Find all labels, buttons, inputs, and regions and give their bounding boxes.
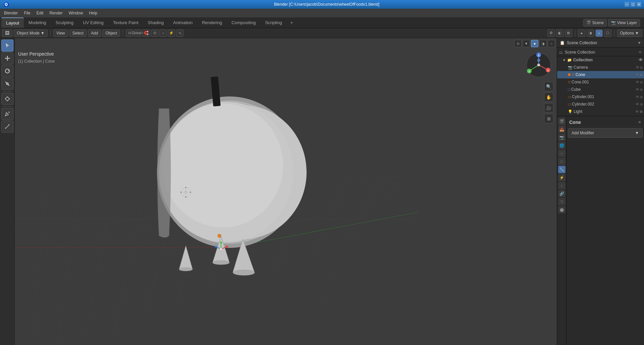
snap-toggle[interactable]: 🧲 (143, 29, 150, 37)
outliner-cone[interactable]: ▽ Cone 👁 ⊙ (557, 71, 644, 78)
collection-visibility-icon[interactable]: 👁 (639, 58, 643, 62)
editor-type-button[interactable]: 🖼 (2, 29, 12, 37)
menu-edit[interactable]: Edit (34, 9, 46, 17)
zoom-to-selection-button[interactable]: 🔍 (544, 82, 553, 91)
world-props-icon[interactable]: ○ (558, 150, 566, 157)
add-tab-button[interactable]: + (287, 17, 297, 28)
collection-row[interactable]: ▼ 📁 Collection 👁 (557, 56, 644, 64)
camera-view-button[interactable]: 🎥 (544, 103, 553, 113)
outliner-cone001[interactable]: ▽ Cone.001 👁 ⊙ (557, 78, 644, 86)
maximize-button[interactable]: □ (631, 2, 635, 7)
tab-rendering[interactable]: Rendering (197, 17, 227, 28)
scene-selector[interactable]: 🎬 Scene (583, 19, 607, 26)
output-props-icon[interactable]: 📤 (558, 126, 566, 133)
viewport[interactable]: User Perspective (1) Collection | Cone Z… (15, 38, 557, 345)
outliner-filter-button[interactable]: ▼ (637, 41, 641, 45)
physics-props-icon[interactable]: ↕ (558, 182, 566, 189)
scale-tool[interactable] (1, 78, 13, 90)
outliner-cylinder002[interactable]: ⬭ Cylinder.002 👁 ⊙ (557, 100, 644, 108)
tab-shading[interactable]: Shading (143, 17, 169, 28)
minimize-button[interactable]: ─ (625, 2, 629, 7)
menu-blender[interactable]: Blender (1, 9, 20, 17)
tab-compositing[interactable]: Compositing (227, 17, 260, 28)
view-layer-selector[interactable]: 📷 View Layer (608, 19, 640, 26)
scene-props-icon[interactable]: 🌐 (558, 142, 566, 149)
add-modifier-button[interactable]: Add Modifier ▼ (568, 128, 643, 138)
annotate-tool[interactable] (1, 108, 13, 120)
transform-selector[interactable]: Global ▼ (134, 29, 142, 37)
grid-view-button[interactable]: ⊞ (544, 114, 553, 123)
add-menu-button[interactable]: Add (88, 29, 101, 37)
select-menu-button[interactable]: Select (69, 29, 87, 37)
cylinder002-visibility-icon[interactable]: 👁 (636, 102, 639, 106)
cube-select-icon[interactable]: ⊙ (640, 88, 643, 91)
tab-modeling[interactable]: Modeling (24, 17, 51, 28)
tab-layout[interactable]: Layout (1, 17, 24, 28)
outliner-cylinder001[interactable]: ⬭ Cylinder.001 👁 ⊙ (557, 93, 644, 100)
cursor-tool[interactable] (1, 40, 13, 52)
transform-tool[interactable] (1, 93, 13, 105)
cone001-visibility-icon[interactable]: 👁 (636, 80, 639, 84)
cylinder001-visibility-icon[interactable]: 👁 (636, 95, 639, 99)
view-layer-props-icon[interactable]: 📷 (558, 134, 566, 141)
camera-select-icon[interactable]: ⊙ (640, 66, 643, 69)
cylinder001-select-icon[interactable]: ⊙ (640, 95, 643, 99)
outliner-camera[interactable]: 📷 Camera 👁 ⊙ (557, 64, 644, 71)
object-menu-button[interactable]: Object (102, 29, 120, 37)
gizmo-toggle[interactable]: ⊙ (514, 40, 522, 47)
tab-animation[interactable]: Animation (168, 17, 197, 28)
camera-visibility-icon[interactable]: 👁 (636, 65, 639, 69)
proportional-type[interactable]: ~ (159, 29, 167, 37)
cube-visibility-icon[interactable]: 👁 (636, 87, 639, 91)
menu-window[interactable]: Window (66, 9, 86, 17)
close-button[interactable]: ✕ (637, 2, 641, 7)
viewport-shading-selector[interactable]: ⚙ (547, 29, 555, 37)
modifier-props-icon[interactable]: 🔧 (558, 166, 566, 173)
cylinder002-select-icon[interactable]: ⊙ (640, 102, 643, 106)
tab-uv-editing[interactable]: UV Editing (78, 17, 108, 28)
overlay-dropdown[interactable]: ▼ (523, 40, 530, 47)
tab-sculpting[interactable]: Sculpting (51, 17, 78, 28)
rotate-tool[interactable] (1, 65, 13, 77)
object-mode-selector[interactable]: Object Mode ▼ (14, 29, 48, 37)
move-tool[interactable] (1, 52, 13, 64)
cone-select-icon[interactable]: ⊙ (640, 73, 643, 77)
wireframe-shading[interactable]: ⬡ (604, 29, 611, 37)
window-controls: ─ □ ✕ (625, 2, 641, 7)
outliner-light[interactable]: 💡 Light 👁 ⚙ (557, 108, 644, 115)
object-props-icon[interactable]: □ (558, 158, 566, 165)
cone-visibility-icon[interactable]: 👁 (636, 73, 639, 77)
solid-mode[interactable]: ● (531, 40, 538, 47)
overlay-toggle[interactable]: ◐ (556, 29, 564, 37)
rendered-shading[interactable]: ○ (595, 29, 603, 37)
xray-toggle[interactable]: ⊠ (565, 29, 572, 37)
light-select-icon[interactable]: ⚙ (640, 110, 643, 114)
outliner-cube[interactable]: □ Cube 👁 ⊙ (557, 86, 644, 93)
data-props-icon[interactable]: ▽ (558, 198, 566, 205)
light-visibility-icon[interactable]: 👁 (635, 110, 639, 114)
nav-gizmo[interactable]: Z X Y (525, 52, 552, 78)
menu-render[interactable]: Render (47, 9, 65, 17)
render-mode[interactable]: ○ (548, 40, 555, 47)
scene-collection-row[interactable]: 🗂 Scene Collection 👁 (557, 48, 644, 56)
tab-scripting[interactable]: Scripting (260, 17, 287, 28)
pan-button[interactable]: ✋ (544, 92, 553, 102)
render-props-icon[interactable]: 🎬 (558, 118, 566, 125)
props-close-icon[interactable]: ✕ (638, 120, 641, 125)
tab-texture-paint[interactable]: Texture Paint (108, 17, 143, 28)
view-menu-button[interactable]: View (53, 29, 68, 37)
curve-icon[interactable]: ∿ (176, 29, 183, 37)
cone001-select-icon[interactable]: ⊙ (640, 80, 643, 84)
solid-shading[interactable]: ● (578, 29, 585, 37)
material-props-icon[interactable]: ⬤ (558, 206, 566, 213)
particles-props-icon[interactable]: ⚡ (558, 174, 566, 181)
material-mode[interactable]: ◑ (539, 40, 547, 47)
menu-help[interactable]: Help (86, 9, 100, 17)
menu-file[interactable]: File (21, 9, 33, 17)
material-shading[interactable]: ◑ (587, 29, 594, 37)
measure-tool[interactable] (1, 121, 13, 133)
snap-icon2[interactable]: ⚡ (168, 29, 175, 37)
constraints-props-icon[interactable]: 🔗 (558, 190, 566, 197)
options-button[interactable]: Options ▼ (617, 29, 642, 37)
proportional-edit[interactable]: ⊙ (151, 29, 158, 37)
